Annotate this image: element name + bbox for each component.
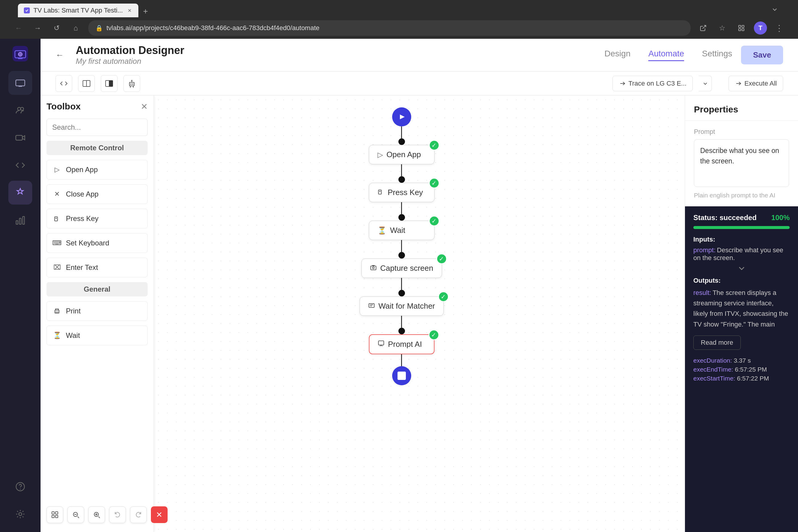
forward-nav-btn[interactable]: → — [31, 21, 44, 35]
svg-rect-3 — [739, 28, 741, 31]
sidebar-item-ai[interactable] — [8, 181, 32, 205]
canvas-area[interactable]: ▷ Open App ✓ Press Key — [154, 95, 685, 532]
robot-btn[interactable] — [124, 75, 140, 92]
toolbox-item-print[interactable]: Print — [46, 301, 148, 321]
wait-node[interactable]: ⏳ Wait ✓ — [369, 221, 435, 240]
node-open-app[interactable]: ▷ Open App ✓ — [369, 145, 435, 183]
fit-screen-btn[interactable] — [46, 506, 63, 523]
reload-btn[interactable]: ↺ — [50, 21, 63, 35]
sidebar-item-users[interactable] — [8, 98, 32, 122]
svg-rect-35 — [52, 515, 54, 518]
toolbox-search-input[interactable] — [46, 119, 148, 136]
start-node[interactable] — [392, 107, 411, 145]
url-bar[interactable]: 🔒 tvlabs.ai/app/projects/c46beab9-38fd-4… — [88, 20, 691, 36]
sidebar-item-help[interactable] — [8, 475, 32, 499]
undo-btn[interactable] — [109, 506, 126, 523]
profile-btn[interactable]: T — [754, 21, 767, 35]
capture-screen-node[interactable]: Capture screen ✓ — [361, 259, 442, 278]
tab-close-btn[interactable]: ✕ — [127, 7, 132, 14]
more-btn[interactable]: ⋮ — [773, 21, 786, 35]
sidebar-item-analytics[interactable] — [8, 208, 32, 232]
node-press-key-check: ✓ — [429, 178, 440, 188]
bookmark-btn[interactable]: ☆ — [716, 21, 729, 35]
dark-split-btn[interactable] — [101, 75, 117, 92]
status-percentage: 100% — [772, 213, 790, 222]
toolbox-item-wait[interactable]: ⏳ Wait — [46, 326, 148, 345]
toolbox-item-press-key[interactable]: Press Key — [46, 209, 148, 228]
open-app-node[interactable]: ▷ Open App ✓ — [369, 145, 435, 164]
wait-label: Wait — [66, 331, 80, 340]
new-tab-btn[interactable]: + — [139, 5, 151, 17]
toolbox-item-enter-text[interactable]: ⌧ Enter Text — [46, 258, 148, 277]
flow-container: ▷ Open App ✓ Press Key — [360, 107, 444, 385]
home-btn[interactable]: ⌂ — [69, 21, 82, 35]
press-key-node[interactable]: Press Key ✓ — [369, 183, 435, 202]
node-wait[interactable]: ⏳ Wait ✓ — [369, 221, 435, 259]
browser-profile-dropdown[interactable] — [770, 4, 780, 15]
wait-matcher-node[interactable]: Wait for Matcher ✓ — [360, 297, 444, 316]
svg-rect-16 — [23, 216, 24, 224]
stop-button[interactable] — [392, 366, 411, 385]
connector-6 — [401, 316, 402, 328]
exec-end-val: 6:57:25 PM — [735, 366, 767, 373]
tab-favicon — [24, 7, 30, 14]
read-more-button[interactable]: Read more — [693, 336, 741, 350]
active-tab[interactable]: TV Labs: Smart TV App Testi... ✕ — [18, 4, 138, 17]
prompt-ai-node[interactable]: Prompt AI ✓ — [369, 334, 435, 354]
svg-rect-24 — [109, 80, 113, 87]
print-label: Print — [66, 307, 80, 315]
node-wait-for-matcher[interactable]: Wait for Matcher ✓ — [360, 297, 444, 334]
zoom-out-btn[interactable] — [68, 506, 84, 523]
sidebar-item-tv[interactable] — [8, 71, 32, 95]
external-link-btn[interactable] — [697, 21, 710, 35]
stop-node[interactable] — [392, 366, 411, 385]
chevron-down-icon[interactable] — [693, 264, 790, 272]
svg-rect-4 — [742, 28, 744, 31]
trace-dropdown-btn[interactable] — [699, 76, 712, 91]
exec-end-key: execEndTime: — [693, 366, 733, 373]
save-button[interactable]: Save — [741, 45, 783, 64]
node-dot-5 — [398, 290, 405, 297]
redo-btn[interactable] — [130, 506, 147, 523]
zoom-in-btn[interactable] — [88, 506, 105, 523]
sidebar-item-video[interactable] — [8, 126, 32, 150]
sidebar-item-code[interactable] — [8, 153, 32, 177]
toolbox-item-close-app[interactable]: ✕ Close App — [46, 184, 148, 204]
sidebar-logo — [11, 45, 29, 63]
properties-header: Properties — [685, 95, 798, 121]
canvas-bottom-toolbar: ✕ — [46, 506, 168, 523]
back-nav-btn[interactable]: ← — [12, 21, 25, 35]
close-app-label: Close App — [66, 190, 98, 198]
code-view-btn[interactable] — [55, 75, 72, 92]
node-dot-6 — [398, 328, 405, 334]
node-press-key[interactable]: Press Key ✓ — [369, 183, 435, 221]
execute-all-btn[interactable]: Execute All — [728, 76, 783, 91]
inputs-label: Inputs: — [693, 235, 790, 243]
start-button[interactable] — [392, 107, 411, 127]
tab-settings[interactable]: Settings — [702, 49, 732, 61]
outputs-label: Outputs: — [693, 277, 790, 284]
extensions-btn[interactable] — [735, 21, 748, 35]
status-header: Status: succeeded 100% — [693, 213, 790, 222]
node-prompt-ai[interactable]: Prompt AI ✓ — [369, 334, 435, 366]
sidebar-item-settings[interactable] — [8, 502, 32, 526]
tab-design[interactable]: Design — [605, 49, 630, 61]
split-view-btn[interactable] — [78, 75, 95, 92]
trace-btn[interactable]: Trace on LG C3 E... — [612, 76, 693, 91]
toolbox-section-general: General — [46, 282, 148, 297]
prompt-textarea[interactable]: Describe what you see on the screen. — [694, 139, 789, 187]
node-capture-screen[interactable]: Capture screen ✓ — [361, 259, 442, 297]
toolbox-close-btn[interactable]: ✕ — [141, 102, 148, 112]
output-key: result: — [693, 289, 711, 297]
toolbox-item-open-app[interactable]: ▷ Open App — [46, 160, 148, 179]
node-capture-icon — [370, 264, 377, 272]
tab-automate[interactable]: Automate — [648, 49, 684, 61]
svg-rect-34 — [55, 512, 58, 514]
exec-duration-key: execDuration: — [693, 357, 732, 364]
back-btn[interactable]: ← — [55, 51, 64, 60]
svg-point-19 — [19, 513, 22, 516]
header-tabs: Design Automate Settings — [605, 49, 732, 61]
toolbox-item-set-keyboard[interactable]: ⌨ Set Keyboard — [46, 233, 148, 253]
delete-btn[interactable]: ✕ — [151, 506, 168, 523]
toolbox-title: Toolbox — [46, 101, 80, 112]
